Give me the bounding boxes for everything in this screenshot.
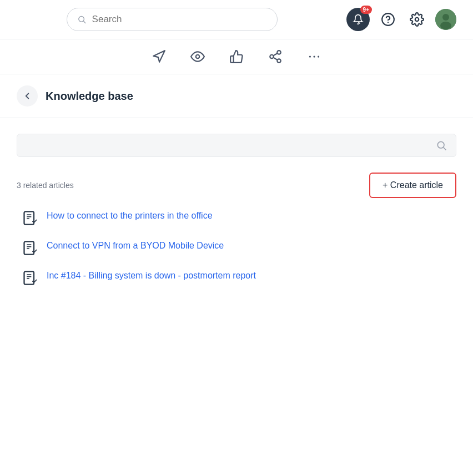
- settings-icon: [410, 12, 424, 27]
- svg-point-6: [442, 14, 449, 21]
- toolbar: [0, 39, 473, 74]
- avatar-svg: [435, 9, 456, 30]
- article-icon: [22, 210, 38, 226]
- help-button[interactable]: [378, 9, 399, 30]
- svg-line-18: [444, 148, 446, 150]
- svg-point-17: [437, 141, 444, 148]
- svg-point-0: [79, 16, 84, 22]
- thumbsup-icon: [229, 49, 244, 64]
- article-link[interactable]: Inc #184 - Billing system is down - post…: [47, 269, 256, 282]
- watch-button[interactable]: [188, 47, 207, 66]
- more-icon: [307, 49, 321, 64]
- list-item: Connect to VPN from a BYOD Mobile Device: [22, 239, 451, 256]
- svg-line-12: [273, 58, 277, 60]
- svg-point-4: [415, 18, 419, 22]
- kb-search-bar[interactable]: [17, 134, 456, 157]
- svg-point-7: [440, 22, 451, 29]
- article-list: How to connect to the printers in the of…: [17, 209, 456, 286]
- svg-rect-23: [24, 241, 34, 254]
- svg-point-9: [277, 50, 281, 54]
- main-content: 3 related articles + Create article How …: [0, 118, 473, 301]
- article-icon: [22, 270, 38, 286]
- share-button[interactable]: [266, 47, 285, 66]
- kb-search-icon: [436, 140, 447, 151]
- search-input[interactable]: [92, 14, 267, 25]
- section-header: Knowledge base: [0, 74, 473, 118]
- megaphone-icon: [152, 49, 166, 64]
- arrow-left-icon: [22, 91, 32, 101]
- announce-button[interactable]: [149, 47, 168, 66]
- search-icon: [77, 14, 87, 24]
- help-icon: [381, 12, 395, 27]
- share-icon: [268, 49, 283, 64]
- article-icon: [22, 240, 38, 256]
- article-link[interactable]: How to connect to the printers in the of…: [47, 209, 213, 222]
- section-title: Knowledge base: [46, 90, 133, 103]
- svg-rect-19: [24, 211, 34, 224]
- header-icons: 9+: [346, 8, 456, 31]
- svg-line-1: [83, 21, 85, 23]
- notification-icon: [353, 14, 364, 25]
- list-item: How to connect to the printers in the of…: [22, 209, 451, 226]
- notification-badge: 9+: [360, 6, 372, 14]
- create-article-button[interactable]: + Create article: [369, 173, 456, 198]
- settings-button[interactable]: [406, 9, 427, 30]
- back-button[interactable]: [17, 85, 38, 107]
- svg-point-14: [309, 55, 311, 57]
- notification-button[interactable]: 9+: [346, 8, 370, 31]
- svg-rect-27: [24, 271, 34, 284]
- eye-icon: [190, 49, 205, 64]
- kb-search-input[interactable]: [26, 141, 430, 150]
- avatar[interactable]: [435, 9, 456, 30]
- svg-line-13: [273, 53, 277, 55]
- list-item: Inc #184 - Billing system is down - post…: [22, 269, 451, 286]
- svg-point-16: [318, 55, 319, 57]
- search-bar[interactable]: [67, 8, 278, 31]
- svg-point-8: [196, 55, 200, 59]
- svg-point-11: [277, 59, 281, 63]
- svg-point-10: [270, 55, 274, 59]
- like-button[interactable]: [227, 47, 246, 66]
- svg-point-3: [388, 22, 389, 23]
- articles-header: 3 related articles + Create article: [17, 173, 456, 198]
- article-link[interactable]: Connect to VPN from a BYOD Mobile Device: [47, 239, 224, 252]
- avatar-image: [435, 9, 456, 30]
- related-articles-count: 3 related articles: [17, 181, 74, 190]
- more-button[interactable]: [305, 47, 324, 66]
- top-header: 9+: [0, 0, 473, 39]
- svg-point-15: [313, 55, 315, 57]
